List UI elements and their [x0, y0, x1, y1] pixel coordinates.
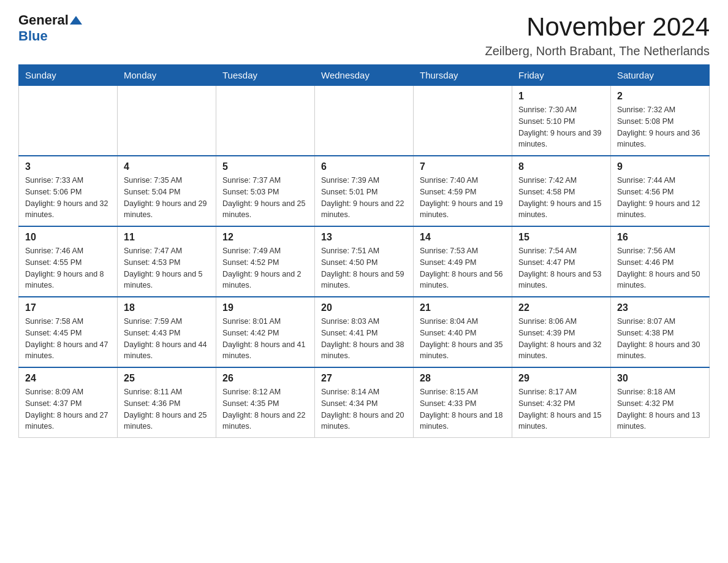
day-info: Sunrise: 7:53 AMSunset: 4:49 PMDaylight:… — [420, 245, 506, 291]
page-header: General Blue November 2024 Zeilberg, Nor… — [18, 12, 710, 58]
week-row-2: 3Sunrise: 7:33 AMSunset: 5:06 PMDaylight… — [19, 156, 710, 226]
day-info: Sunrise: 8:12 AMSunset: 4:35 PMDaylight:… — [222, 386, 308, 432]
month-title: November 2024 — [485, 12, 710, 42]
day-info: Sunrise: 8:07 AMSunset: 4:38 PMDaylight:… — [617, 316, 703, 362]
calendar-cell: 29Sunrise: 8:17 AMSunset: 4:32 PMDayligh… — [512, 367, 611, 438]
location-title: Zeilberg, North Brabant, The Netherlands — [485, 44, 710, 58]
calendar-cell: 14Sunrise: 7:53 AMSunset: 4:49 PMDayligh… — [414, 226, 512, 297]
calendar-cell — [315, 86, 414, 156]
day-number: 26 — [222, 373, 308, 384]
day-number: 21 — [420, 302, 506, 313]
calendar-cell: 19Sunrise: 8:01 AMSunset: 4:42 PMDayligh… — [216, 297, 315, 367]
day-number: 13 — [321, 232, 407, 243]
day-number: 2 — [617, 91, 703, 102]
day-info: Sunrise: 7:44 AMSunset: 4:56 PMDaylight:… — [617, 175, 703, 221]
calendar-cell: 28Sunrise: 8:15 AMSunset: 4:33 PMDayligh… — [414, 367, 512, 438]
calendar-cell: 9Sunrise: 7:44 AMSunset: 4:56 PMDaylight… — [611, 156, 710, 226]
calendar-cell: 6Sunrise: 7:39 AMSunset: 5:01 PMDaylight… — [315, 156, 414, 226]
calendar-cell: 12Sunrise: 7:49 AMSunset: 4:52 PMDayligh… — [216, 226, 315, 297]
calendar-cell — [118, 86, 216, 156]
calendar-cell: 10Sunrise: 7:46 AMSunset: 4:55 PMDayligh… — [19, 226, 118, 297]
day-number: 28 — [420, 373, 506, 384]
weekday-header-sunday: Sunday — [19, 65, 118, 86]
calendar-cell: 20Sunrise: 8:03 AMSunset: 4:41 PMDayligh… — [315, 297, 414, 367]
day-number: 23 — [617, 302, 703, 313]
day-info: Sunrise: 7:33 AMSunset: 5:06 PMDaylight:… — [25, 175, 111, 221]
day-info: Sunrise: 8:06 AMSunset: 4:39 PMDaylight:… — [518, 316, 604, 362]
day-number: 15 — [518, 232, 604, 243]
day-number: 8 — [518, 161, 604, 172]
calendar-cell: 23Sunrise: 8:07 AMSunset: 4:38 PMDayligh… — [611, 297, 710, 367]
day-number: 3 — [25, 161, 111, 172]
day-number: 9 — [617, 161, 703, 172]
weekday-header-tuesday: Tuesday — [216, 65, 315, 86]
calendar-header-row: SundayMondayTuesdayWednesdayThursdayFrid… — [19, 65, 710, 86]
calendar-cell: 1Sunrise: 7:30 AMSunset: 5:10 PMDaylight… — [512, 86, 611, 156]
weekday-header-saturday: Saturday — [611, 65, 710, 86]
calendar-cell: 2Sunrise: 7:32 AMSunset: 5:08 PMDaylight… — [611, 86, 710, 156]
day-info: Sunrise: 8:01 AMSunset: 4:42 PMDaylight:… — [222, 316, 308, 362]
calendar-cell: 4Sunrise: 7:35 AMSunset: 5:04 PMDaylight… — [118, 156, 216, 226]
day-number: 25 — [124, 373, 210, 384]
day-info: Sunrise: 7:42 AMSunset: 4:58 PMDaylight:… — [518, 175, 604, 221]
calendar-cell: 3Sunrise: 7:33 AMSunset: 5:06 PMDaylight… — [19, 156, 118, 226]
day-info: Sunrise: 7:59 AMSunset: 4:43 PMDaylight:… — [124, 316, 210, 362]
calendar-cell: 18Sunrise: 7:59 AMSunset: 4:43 PMDayligh… — [118, 297, 216, 367]
day-info: Sunrise: 7:32 AMSunset: 5:08 PMDaylight:… — [617, 104, 703, 150]
day-info: Sunrise: 7:37 AMSunset: 5:03 PMDaylight:… — [222, 175, 308, 221]
calendar-cell — [19, 86, 118, 156]
calendar-cell: 8Sunrise: 7:42 AMSunset: 4:58 PMDaylight… — [512, 156, 611, 226]
day-number: 24 — [25, 373, 111, 384]
day-info: Sunrise: 8:04 AMSunset: 4:40 PMDaylight:… — [420, 316, 506, 362]
day-info: Sunrise: 7:30 AMSunset: 5:10 PMDaylight:… — [518, 104, 604, 150]
calendar-table: SundayMondayTuesdayWednesdayThursdayFrid… — [18, 64, 710, 438]
day-info: Sunrise: 7:46 AMSunset: 4:55 PMDaylight:… — [25, 245, 111, 291]
calendar-cell: 11Sunrise: 7:47 AMSunset: 4:53 PMDayligh… — [118, 226, 216, 297]
day-number: 1 — [518, 91, 604, 102]
day-info: Sunrise: 7:54 AMSunset: 4:47 PMDaylight:… — [518, 245, 604, 291]
day-number: 10 — [25, 232, 111, 243]
calendar-cell: 22Sunrise: 8:06 AMSunset: 4:39 PMDayligh… — [512, 297, 611, 367]
day-info: Sunrise: 8:17 AMSunset: 4:32 PMDaylight:… — [518, 386, 604, 432]
day-info: Sunrise: 8:09 AMSunset: 4:37 PMDaylight:… — [25, 386, 111, 432]
day-info: Sunrise: 8:03 AMSunset: 4:41 PMDaylight:… — [321, 316, 407, 362]
day-info: Sunrise: 7:58 AMSunset: 4:45 PMDaylight:… — [25, 316, 111, 362]
logo-triangle-icon — [70, 16, 82, 25]
logo: General Blue — [18, 12, 82, 44]
calendar-cell: 21Sunrise: 8:04 AMSunset: 4:40 PMDayligh… — [414, 297, 512, 367]
day-info: Sunrise: 8:18 AMSunset: 4:32 PMDaylight:… — [617, 386, 703, 432]
week-row-3: 10Sunrise: 7:46 AMSunset: 4:55 PMDayligh… — [19, 226, 710, 297]
day-info: Sunrise: 7:40 AMSunset: 4:59 PMDaylight:… — [420, 175, 506, 221]
day-number: 29 — [518, 373, 604, 384]
title-section: November 2024 Zeilberg, North Brabant, T… — [485, 12, 710, 58]
calendar-cell: 17Sunrise: 7:58 AMSunset: 4:45 PMDayligh… — [19, 297, 118, 367]
calendar-cell: 7Sunrise: 7:40 AMSunset: 4:59 PMDaylight… — [414, 156, 512, 226]
week-row-1: 1Sunrise: 7:30 AMSunset: 5:10 PMDaylight… — [19, 86, 710, 156]
day-number: 11 — [124, 232, 210, 243]
day-number: 19 — [222, 302, 308, 313]
day-number: 4 — [124, 161, 210, 172]
day-info: Sunrise: 7:35 AMSunset: 5:04 PMDaylight:… — [124, 175, 210, 221]
weekday-header-friday: Friday — [512, 65, 611, 86]
weekday-header-monday: Monday — [118, 65, 216, 86]
day-number: 6 — [321, 161, 407, 172]
calendar-cell: 25Sunrise: 8:11 AMSunset: 4:36 PMDayligh… — [118, 367, 216, 438]
week-row-4: 17Sunrise: 7:58 AMSunset: 4:45 PMDayligh… — [19, 297, 710, 367]
day-number: 18 — [124, 302, 210, 313]
day-info: Sunrise: 8:15 AMSunset: 4:33 PMDaylight:… — [420, 386, 506, 432]
day-number: 5 — [222, 161, 308, 172]
calendar-cell: 5Sunrise: 7:37 AMSunset: 5:03 PMDaylight… — [216, 156, 315, 226]
calendar-cell: 15Sunrise: 7:54 AMSunset: 4:47 PMDayligh… — [512, 226, 611, 297]
day-number: 7 — [420, 161, 506, 172]
day-number: 27 — [321, 373, 407, 384]
day-number: 30 — [617, 373, 703, 384]
day-number: 12 — [222, 232, 308, 243]
calendar-cell: 16Sunrise: 7:56 AMSunset: 4:46 PMDayligh… — [611, 226, 710, 297]
weekday-header-wednesday: Wednesday — [315, 65, 414, 86]
day-info: Sunrise: 7:51 AMSunset: 4:50 PMDaylight:… — [321, 245, 407, 291]
day-number: 22 — [518, 302, 604, 313]
calendar-cell — [216, 86, 315, 156]
calendar-cell: 27Sunrise: 8:14 AMSunset: 4:34 PMDayligh… — [315, 367, 414, 438]
day-info: Sunrise: 7:39 AMSunset: 5:01 PMDaylight:… — [321, 175, 407, 221]
calendar-cell: 13Sunrise: 7:51 AMSunset: 4:50 PMDayligh… — [315, 226, 414, 297]
